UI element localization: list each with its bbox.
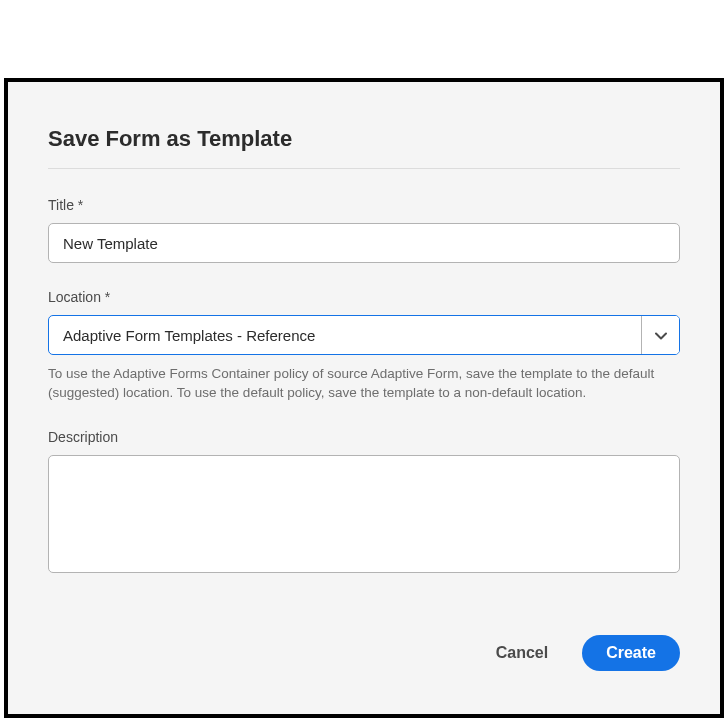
title-divider bbox=[48, 168, 680, 169]
location-help-text: To use the Adaptive Forms Container poli… bbox=[48, 365, 680, 403]
title-label: Title * bbox=[48, 197, 680, 213]
create-button[interactable]: Create bbox=[582, 635, 680, 671]
description-label: Description bbox=[48, 429, 680, 445]
cancel-button[interactable]: Cancel bbox=[486, 636, 558, 670]
save-template-dialog: Save Form as Template Title * Location *… bbox=[4, 78, 724, 718]
location-input[interactable] bbox=[49, 316, 641, 354]
description-textarea[interactable] bbox=[48, 455, 680, 573]
location-field-group: Location * To use the Adaptive Forms Con… bbox=[48, 289, 680, 403]
location-combobox bbox=[48, 315, 680, 355]
description-field-group: Description bbox=[48, 429, 680, 577]
chevron-down-icon bbox=[655, 328, 667, 343]
title-field-group: Title * bbox=[48, 197, 680, 263]
dialog-button-row: Cancel Create bbox=[48, 635, 680, 671]
dialog-title: Save Form as Template bbox=[48, 126, 680, 152]
location-dropdown-button[interactable] bbox=[641, 316, 679, 354]
title-input[interactable] bbox=[48, 223, 680, 263]
location-label: Location * bbox=[48, 289, 680, 305]
